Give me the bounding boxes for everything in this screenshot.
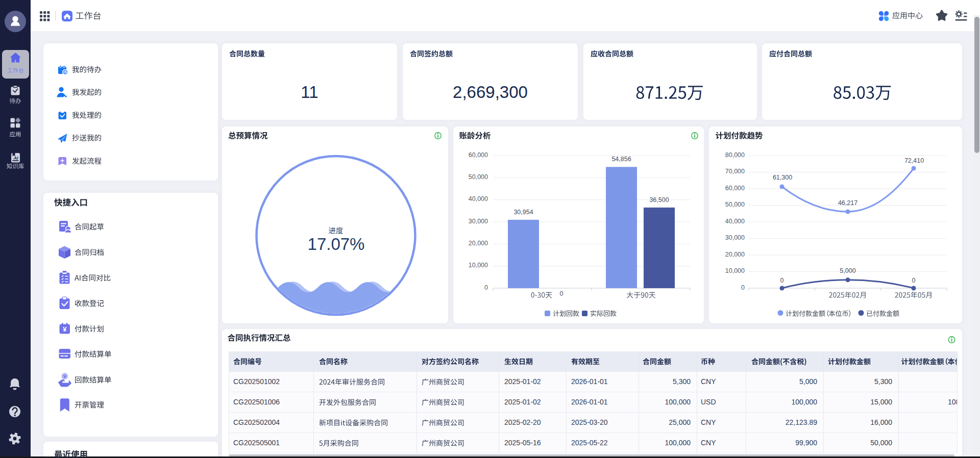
- svg-text:AI: AI: [13, 156, 18, 161]
- svg-text:¥: ¥: [63, 325, 67, 333]
- svg-text:¥: ¥: [63, 373, 66, 379]
